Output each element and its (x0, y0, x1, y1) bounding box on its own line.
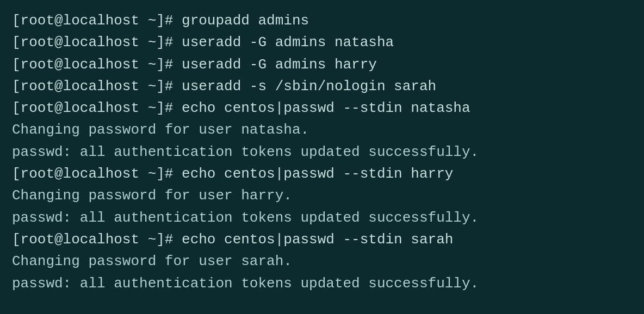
terminal-output-line: passwd: all authentication tokens update… (12, 141, 632, 163)
terminal-output-line: passwd: all authentication tokens update… (12, 273, 632, 294)
terminal-output-line: Changing password for user harry. (12, 185, 632, 206)
terminal-command-line: [root@localhost ~]# useradd -s /sbin/nol… (12, 76, 632, 97)
terminal-output-line: passwd: all authentication tokens update… (12, 207, 632, 229)
terminal-command-line: [root@localhost ~]# useradd -G admins na… (12, 32, 632, 53)
terminal-output-line: Changing password for user natasha. (12, 119, 632, 141)
terminal-output-line: Changing password for user sarah. (12, 250, 632, 272)
terminal-command-line: [root@localhost ~]# groupadd admins (12, 10, 632, 32)
terminal-command-line: [root@localhost ~]# echo centos|passwd -… (12, 163, 632, 185)
terminal-command-line: [root@localhost ~]# echo centos|passwd -… (12, 97, 632, 119)
terminal-command-line: [root@localhost ~]# useradd -G admins ha… (12, 54, 632, 76)
terminal-command-line: [root@localhost ~]# echo centos|passwd -… (12, 229, 632, 250)
terminal-container: [root@localhost ~]# groupadd admins[root… (12, 10, 632, 294)
